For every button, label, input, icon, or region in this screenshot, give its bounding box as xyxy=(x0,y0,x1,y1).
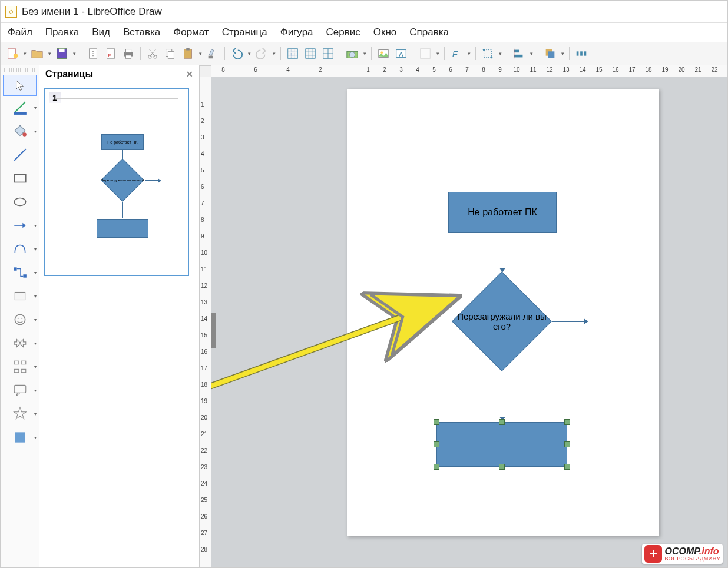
redo-button[interactable] xyxy=(253,45,270,62)
selection-handle[interactable] xyxy=(499,419,505,425)
align-button[interactable] xyxy=(511,45,527,62)
open-button[interactable] xyxy=(29,45,45,62)
menu-help[interactable]: Справка xyxy=(409,26,449,38)
distribute-button[interactable] xyxy=(573,45,590,62)
menu-edit[interactable]: Правка xyxy=(45,26,79,38)
new-doc-dropdown[interactable]: ▾ xyxy=(22,51,28,57)
line-tool[interactable] xyxy=(1,143,39,167)
pages-panel-close-icon[interactable]: ✕ xyxy=(186,69,193,79)
svg-rect-16 xyxy=(209,56,213,59)
app-icon: ◇ xyxy=(5,6,17,18)
zoom-button[interactable] xyxy=(344,45,360,62)
transform-button[interactable] xyxy=(479,45,496,62)
window-title: Без имени 1 - LibreOffice Draw xyxy=(22,6,162,18)
svg-rect-14 xyxy=(184,49,192,59)
insert-special-dropdown[interactable]: ▾ xyxy=(435,51,441,57)
clone-format-button[interactable] xyxy=(204,45,221,62)
undo-button[interactable] xyxy=(229,45,245,62)
guides-button[interactable] xyxy=(320,45,336,62)
svg-rect-39 xyxy=(14,175,26,182)
transform-dropdown[interactable]: ▾ xyxy=(497,51,503,57)
vertical-ruler[interactable]: 1234567891011121314151617181920212223242… xyxy=(200,77,211,568)
ellipse-tool[interactable] xyxy=(1,190,39,214)
flowchart-box-start[interactable]: Не работает ПК xyxy=(448,192,557,233)
insert-textbox-button[interactable]: A xyxy=(393,45,409,62)
pages-panel-title: Страницы xyxy=(45,69,93,79)
align-dropdown[interactable]: ▾ xyxy=(528,51,534,57)
svg-point-1 xyxy=(14,54,18,58)
basic-shapes-tool[interactable]: ▾ xyxy=(1,284,39,308)
drawing-canvas[interactable]: Не работает ПК Перезагружали ли вы его? xyxy=(211,77,727,568)
block-arrows-tool[interactable]: ▾ xyxy=(1,331,39,355)
panel-collapse-handle[interactable] xyxy=(211,313,216,348)
save-dropdown[interactable]: ▾ xyxy=(71,51,77,57)
menu-insert[interactable]: Вставка xyxy=(123,26,160,38)
menu-format[interactable]: Формат xyxy=(173,26,209,38)
menu-file[interactable]: Файл xyxy=(8,26,32,38)
insert-image-button[interactable] xyxy=(375,45,392,62)
menu-tools[interactable]: Сервис xyxy=(326,26,360,38)
svg-point-38 xyxy=(22,132,27,137)
symbol-shapes-tool[interactable]: ▾ xyxy=(1,308,39,331)
menu-view[interactable]: Вид xyxy=(92,26,110,38)
watermark-plus-icon: + xyxy=(644,545,662,563)
svg-text:P: P xyxy=(108,53,111,58)
flowchart-tool[interactable]: ▾ xyxy=(1,355,39,378)
selection-handle[interactable] xyxy=(499,464,505,470)
rectangle-tool[interactable] xyxy=(1,167,39,190)
menu-window[interactable]: Окно xyxy=(373,26,397,38)
connector-tool[interactable]: ▾ xyxy=(1,261,39,284)
curve-tool[interactable]: ▾ xyxy=(1,237,39,261)
arrow-lines-tool[interactable]: ▾ xyxy=(1,214,39,237)
redo-dropdown[interactable]: ▾ xyxy=(271,51,277,57)
cut-button[interactable] xyxy=(144,45,161,62)
export-pdf-button[interactable]: P xyxy=(102,45,119,62)
open-dropdown[interactable]: ▾ xyxy=(47,51,52,57)
menu-shape[interactable]: Фигура xyxy=(280,26,313,38)
stars-tool[interactable]: ▾ xyxy=(1,402,39,426)
svg-point-29 xyxy=(491,57,493,59)
horizontal-ruler[interactable]: 8642 12345678910111213141516171819202122 xyxy=(211,65,727,77)
save-button[interactable] xyxy=(54,45,70,62)
snap-grid-button[interactable] xyxy=(302,45,319,62)
callout-tool[interactable]: ▾ xyxy=(1,378,39,402)
paste-button[interactable] xyxy=(180,45,196,62)
svg-rect-3 xyxy=(59,49,64,52)
svg-rect-43 xyxy=(15,293,25,300)
svg-rect-51 xyxy=(14,385,26,393)
watermark: + OCOMP.info ВОПРОСЫ АДМИНУ xyxy=(642,544,723,564)
watermark-suffix: .info xyxy=(699,546,719,556)
select-tool[interactable] xyxy=(3,75,37,96)
svg-text:F: F xyxy=(452,49,458,59)
export-button[interactable] xyxy=(85,45,101,62)
paste-dropdown[interactable]: ▾ xyxy=(197,51,203,57)
grid-button[interactable] xyxy=(284,45,301,62)
selection-handle[interactable] xyxy=(434,419,439,425)
fontwork-button[interactable]: F xyxy=(448,45,465,62)
new-doc-button[interactable] xyxy=(4,45,21,62)
print-button[interactable] xyxy=(120,45,137,62)
svg-rect-9 xyxy=(125,55,131,59)
selection-handle[interactable] xyxy=(434,441,439,447)
flowchart-box-selected[interactable] xyxy=(436,422,567,467)
zoom-dropdown[interactable]: ▾ xyxy=(362,51,368,57)
selection-handle[interactable] xyxy=(434,464,439,470)
flowchart-decision[interactable]: Перезагружали ли вы его? xyxy=(452,271,552,371)
line-color-tool[interactable]: ▾ xyxy=(1,96,39,119)
selection-handle[interactable] xyxy=(564,441,570,447)
3d-tool[interactable]: ▾ xyxy=(1,426,39,449)
svg-point-20 xyxy=(349,52,355,57)
selection-handle[interactable] xyxy=(564,464,570,470)
arrange-button[interactable] xyxy=(542,45,558,62)
menu-page[interactable]: Страница xyxy=(222,26,267,38)
arrange-dropdown[interactable]: ▾ xyxy=(560,51,565,57)
selection-handle[interactable] xyxy=(564,419,570,425)
svg-rect-25 xyxy=(421,49,431,59)
svg-rect-49 xyxy=(14,369,19,372)
fill-color-tool[interactable]: ▾ xyxy=(1,119,39,143)
fontwork-dropdown[interactable]: ▾ xyxy=(466,51,472,57)
copy-button[interactable] xyxy=(162,45,178,62)
page-thumbnail-1[interactable]: 1 Не работает ПК Перезагружали ли вы его… xyxy=(44,88,189,276)
insert-special-button[interactable] xyxy=(417,45,434,62)
undo-dropdown[interactable]: ▾ xyxy=(246,51,252,57)
